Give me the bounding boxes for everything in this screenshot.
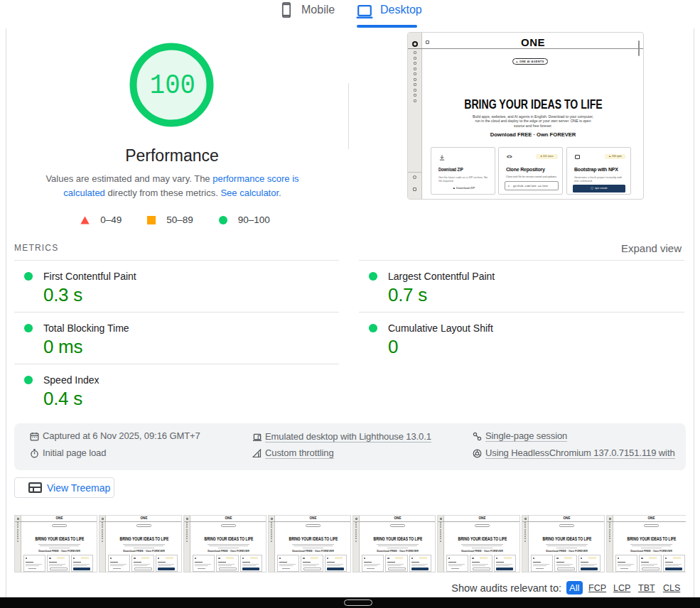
svg-text:100: 100 [150, 70, 195, 102]
